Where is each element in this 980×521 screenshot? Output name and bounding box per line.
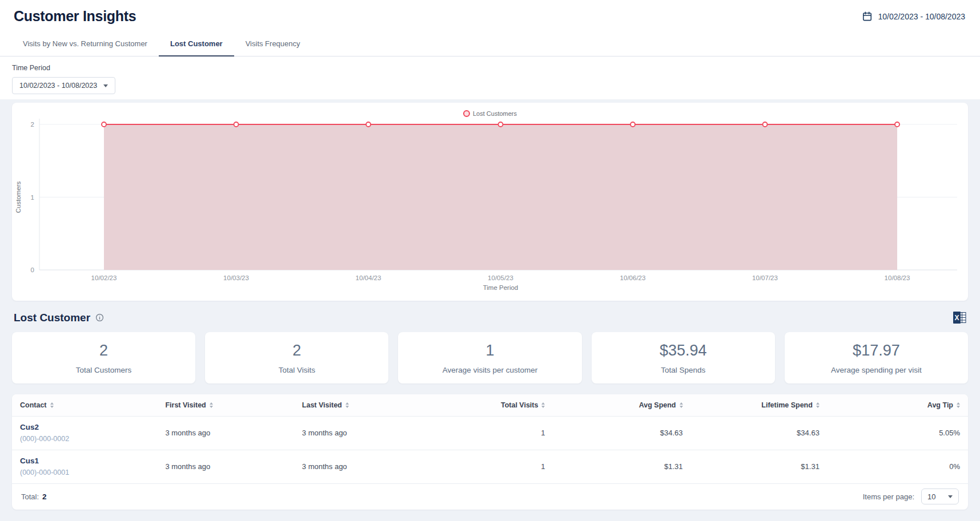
y-axis-title: Customers [15,181,22,213]
column-header-last_visited[interactable]: Last Visited [294,394,452,416]
sort-icon[interactable] [346,402,349,408]
stat-cards: 2Total Customers2Total Visits1Average vi… [12,332,968,383]
excel-icon: X [953,317,966,325]
cell-last_visited: 3 months ago [294,416,452,450]
cell-lifetime_spend: $1.31 [691,450,828,483]
export-excel-button[interactable]: X [953,312,966,324]
chevron-down-icon [948,495,953,498]
contact-name[interactable]: Cus1 [20,457,149,465]
calendar-icon [862,11,873,22]
cell-avg_tip: 5.05% [828,416,968,450]
column-header-label: Last Visited [302,401,342,409]
cell-contact: Cus1(000)-000-0001 [12,450,157,483]
x-tick-label: 10/02/23 [91,274,117,281]
stat-label: Total Spends [661,366,705,374]
column-header-total_visits[interactable]: Total Visits [452,394,553,416]
chart-panel: Lost Customers 01210/02/2310/03/2310/04/… [12,103,968,301]
section-title: Lost Customer [14,312,90,324]
y-tick-label: 1 [31,194,34,201]
column-header-label: Avg Tip [927,401,953,409]
sort-icon[interactable] [680,402,683,408]
x-tick-label: 10/04/23 [356,274,381,281]
table-body: Cus2(000)-000-00023 months ago3 months a… [12,416,968,483]
chart-point[interactable] [630,122,635,127]
table-row: Cus1(000)-000-00013 months ago3 months a… [12,450,968,483]
stat-card: $17.97Average spending per visit [785,332,968,383]
chart-point[interactable] [102,122,106,127]
column-header-contact[interactable]: Contact [12,394,157,416]
table-footer: Total:2 Items per page: 10 [12,484,968,510]
x-tick-label: 10/05/23 [488,274,513,281]
column-header-avg_tip[interactable]: Avg Tip [828,394,968,416]
table-header-row: ContactFirst VisitedLast VisitedTotal Vi… [12,394,968,416]
stat-label: Average spending per visit [831,366,922,374]
stat-label: Total Visits [279,366,315,374]
table-panel: ContactFirst VisitedLast VisitedTotal Vi… [12,394,968,510]
tab-bar: Visits by New vs. Returning CustomerLost… [0,33,980,56]
x-tick-label: 10/03/23 [223,274,249,281]
page-title: Customer Insights [14,8,136,25]
cell-first_visited: 3 months ago [157,450,294,483]
tab-lost-customer[interactable]: Lost Customer [159,33,234,56]
chart-legend[interactable]: Lost Customers [463,110,517,117]
contact-name[interactable]: Cus2 [20,423,149,431]
tab-visits-by-new-vs-returning-customer[interactable]: Visits by New vs. Returning Customer [11,33,159,56]
info-icon[interactable] [95,313,104,322]
column-header-label: Lifetime Spend [761,401,813,409]
items-per-page-label: Items per page: [863,492,914,501]
stat-label: Average visits per customer [443,366,537,374]
items-per-page-select[interactable]: 10 [921,488,959,504]
contact-phone: (000)-000-0001 [20,469,149,476]
table-row: Cus2(000)-000-00023 months ago3 months a… [12,416,968,450]
cell-first_visited: 3 months ago [157,416,294,450]
header: Customer Insights 10/02/2023 - 10/08/202… [0,0,980,99]
total-value: 2 [42,492,47,501]
column-header-label: First Visited [165,401,206,409]
column-header-label: Contact [20,401,47,409]
stat-label: Total Customers [76,366,132,374]
stat-card: 1Average visits per customer [398,332,581,383]
total-label: Total: [21,492,39,501]
y-tick-label: 0 [31,266,34,273]
stat-value: 2 [99,342,108,360]
cell-total_visits: 1 [452,450,553,483]
svg-text:X: X [954,314,959,322]
cell-avg_spend: $1.31 [553,450,690,483]
chart-area [104,124,897,270]
sort-icon[interactable] [816,402,820,408]
cell-total_visits: 1 [452,416,553,450]
customer-insights-page: Customer Insights 10/02/2023 - 10/08/202… [0,0,980,521]
chart-point[interactable] [763,122,768,127]
customers-table: ContactFirst VisitedLast VisitedTotal Vi… [12,394,968,484]
header-date-range[interactable]: 10/02/2023 - 10/08/2023 [862,11,965,22]
column-header-first_visited[interactable]: First Visited [157,394,294,416]
x-tick-label: 10/07/23 [752,274,778,281]
stat-value: 1 [485,342,494,360]
sort-icon[interactable] [50,402,54,408]
sort-icon[interactable] [957,402,960,408]
time-period-label: Time Period [12,64,980,72]
cell-avg_spend: $34.63 [553,416,690,450]
contact-phone: (000)-000-0002 [20,435,149,443]
chart-point[interactable] [366,122,371,127]
column-header-avg_spend[interactable]: Avg Spend [553,394,690,416]
sort-icon[interactable] [541,402,545,408]
column-header-label: Avg Spend [639,401,676,409]
stat-value: 2 [292,342,301,360]
chart-point[interactable] [499,122,503,127]
cell-contact: Cus2(000)-000-0002 [12,416,157,450]
column-header-label: Total Visits [501,401,539,409]
stat-value: $35.94 [660,342,707,360]
tab-visits-frequency[interactable]: Visits Frequency [234,33,312,56]
chart-point[interactable] [234,122,239,127]
sort-icon[interactable] [210,402,213,408]
column-header-lifetime_spend[interactable]: Lifetime Spend [691,394,828,416]
cell-avg_tip: 0% [828,450,968,483]
chart-point[interactable] [895,122,899,127]
y-tick-label: 2 [31,121,34,128]
stat-value: $17.97 [853,342,900,360]
x-tick-label: 10/08/23 [885,274,910,281]
time-period-select[interactable]: 10/02/2023 - 10/08/2023 [12,77,115,94]
legend-label: Lost Customers [473,110,517,117]
x-axis-title: Time Period [483,284,519,291]
